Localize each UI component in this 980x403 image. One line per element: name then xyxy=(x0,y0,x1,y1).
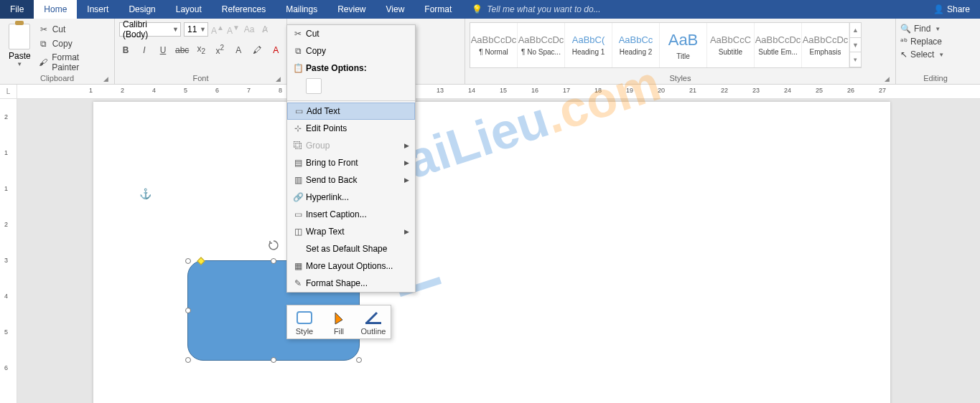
resize-handle-bl[interactable] xyxy=(185,357,191,363)
ctx-wrap-text[interactable]: ◫Wrap Text▶ xyxy=(287,223,415,240)
editing-group-label: Editing xyxy=(923,74,948,82)
style-item-2[interactable]: AaBbC(Heading 1 xyxy=(565,23,612,67)
ctx-bring-to-front[interactable]: ▤Bring to Front▶ xyxy=(287,154,415,171)
text-effects-button[interactable]: A xyxy=(232,45,245,55)
font-name-combo[interactable]: Calibri (Body)▼ xyxy=(119,22,181,37)
copy-button[interactable]: ⧉Copy xyxy=(38,38,107,49)
font-color-button[interactable]: A xyxy=(269,45,282,55)
tab-insert[interactable]: Insert xyxy=(77,0,118,19)
wrap-text-icon: ◫ xyxy=(290,227,306,237)
style-item-4[interactable]: AaBTitle xyxy=(660,23,707,67)
ribbon: Paste ▼ ✂Cut ⧉Copy 🖌Format Painter Clipb… xyxy=(0,19,980,85)
highlight-button[interactable]: 🖍 xyxy=(251,45,263,55)
style-name: Subtitle xyxy=(719,48,742,56)
style-item-3[interactable]: AaBbCcHeading 2 xyxy=(612,23,660,67)
style-name: Subtle Em... xyxy=(758,48,797,56)
paste-icon xyxy=(9,24,30,49)
select-button[interactable]: ↖Select▼ xyxy=(900,49,944,60)
styles-scroll-up[interactable]: ▲ xyxy=(850,23,861,38)
tell-me-search[interactable]: 💡 Tell me what you want to do... xyxy=(462,0,923,19)
ctx-edit-points[interactable]: ⊹Edit Points xyxy=(287,120,415,137)
subscript-button[interactable]: x2 xyxy=(195,44,207,55)
ctx-hyperlink[interactable]: 🔗Hyperlink... xyxy=(287,189,415,206)
clear-formatting-button[interactable]: A̷ xyxy=(258,24,271,34)
style-name: Heading 1 xyxy=(572,48,605,56)
mini-outline-button[interactable]: Outline xyxy=(359,308,388,336)
tab-mailings[interactable]: Mailings xyxy=(276,0,327,19)
find-button[interactable]: 🔍Find▼ xyxy=(900,24,944,34)
horizontal-ruler[interactable]: L 12456789101112131415161718192021222324… xyxy=(0,85,980,99)
vertical-ruler[interactable]: 21123456 xyxy=(0,99,17,403)
superscript-button[interactable]: x2 xyxy=(213,44,226,56)
ctx-copy[interactable]: ⧉Copy xyxy=(287,42,415,60)
bold-button[interactable]: B xyxy=(119,45,132,55)
style-preview: AaBbCcDc xyxy=(803,34,849,45)
style-item-1[interactable]: AaBbCcDc¶ No Spac... xyxy=(518,23,565,67)
paste-label: Paste xyxy=(9,51,31,61)
italic-button[interactable]: I xyxy=(138,45,151,55)
paste-option-1[interactable] xyxy=(306,78,322,94)
styles-scroll-down[interactable]: ▼ xyxy=(850,38,861,53)
resize-handle-b[interactable] xyxy=(271,357,276,363)
tab-format[interactable]: Format xyxy=(414,0,462,19)
style-preview: AaB xyxy=(668,31,699,49)
rotate-handle[interactable] xyxy=(268,240,279,251)
tab-home[interactable]: Home xyxy=(34,0,77,19)
replace-button[interactable]: ᵃᵇReplace xyxy=(900,37,944,47)
chevron-down-icon[interactable]: ▼ xyxy=(17,61,22,67)
font-size-combo[interactable]: 11▼ xyxy=(184,22,208,37)
format-painter-button[interactable]: 🖌Format Painter xyxy=(38,52,107,72)
ctx-cut[interactable]: ✂Cut xyxy=(287,25,415,42)
style-item-7[interactable]: AaBbCcDcEmphasis xyxy=(802,23,849,67)
ctx-format-shape[interactable]: ✎Format Shape... xyxy=(287,275,415,292)
underline-button[interactable]: U xyxy=(157,45,169,55)
styles-gallery: AaBbCcDc¶ NormalAaBbCcDc¶ No Spac...AaBb… xyxy=(470,22,862,68)
ctx-set-default-shape[interactable]: Set as Default Shape xyxy=(287,240,415,257)
resize-handle-t[interactable] xyxy=(271,258,276,264)
clipboard-group-label: Clipboard xyxy=(40,74,74,82)
resize-handle-br[interactable] xyxy=(356,357,362,363)
separator xyxy=(287,100,415,101)
tab-file[interactable]: File xyxy=(0,0,34,19)
ctx-insert-caption[interactable]: ▭Insert Caption... xyxy=(287,206,415,223)
styles-group-label: Styles xyxy=(670,74,691,82)
tab-view[interactable]: View xyxy=(376,0,415,19)
ctx-send-to-back[interactable]: ▥Send to Back▶ xyxy=(287,171,415,189)
resize-handle-tl[interactable] xyxy=(185,258,191,264)
strikethrough-button[interactable]: abc xyxy=(175,45,189,55)
mini-style-button[interactable]: Style xyxy=(290,308,319,336)
ctx-paste-options-header: 📋Paste Options: xyxy=(287,60,415,77)
ctx-more-layout[interactable]: ▦More Layout Options... xyxy=(287,257,415,275)
share-button[interactable]: 👤 Share xyxy=(923,0,980,19)
tab-design[interactable]: Design xyxy=(118,0,165,19)
shape-style-icon xyxy=(294,308,314,327)
send-back-icon: ▥ xyxy=(290,175,306,185)
shrink-font-button[interactable]: A▼ xyxy=(227,24,240,36)
resize-handle-l[interactable] xyxy=(185,308,191,313)
clipboard-launcher[interactable]: ◢ xyxy=(103,75,108,82)
fill-icon xyxy=(329,308,349,327)
style-name: Emphasis xyxy=(810,48,841,56)
tab-review[interactable]: Review xyxy=(327,0,375,19)
ctx-add-text[interactable]: ▭Add Text xyxy=(287,103,415,120)
replace-icon: ᵃᵇ xyxy=(900,37,907,47)
style-item-6[interactable]: AaBbCcDcSubtle Em... xyxy=(755,23,802,67)
styles-launcher[interactable]: ◢ xyxy=(885,75,890,82)
font-launcher[interactable]: ◢ xyxy=(276,75,281,82)
change-case-button[interactable]: Aa xyxy=(243,24,256,34)
grow-font-button[interactable]: A▲ xyxy=(211,24,224,36)
tab-layout[interactable]: Layout xyxy=(166,0,212,19)
bring-front-icon: ▤ xyxy=(290,158,306,168)
mini-fill-button[interactable]: Fill xyxy=(325,308,353,336)
scissors-icon: ✂ xyxy=(290,29,306,39)
paste-button[interactable]: Paste ▼ xyxy=(4,21,35,67)
group-styles: AaBbCcDc¶ NormalAaBbCcDc¶ No Spac...AaBb… xyxy=(465,19,896,84)
scissors-icon: ✂ xyxy=(38,24,50,35)
styles-more[interactable]: ▾ xyxy=(850,52,861,67)
paintbrush-icon: 🖌 xyxy=(38,57,50,68)
group-icon: ⿻ xyxy=(290,141,306,151)
style-item-0[interactable]: AaBbCcDc¶ Normal xyxy=(470,23,518,67)
style-item-5[interactable]: AaBbCcCSubtitle xyxy=(707,23,755,67)
cut-button[interactable]: ✂Cut xyxy=(38,24,107,35)
tab-references[interactable]: References xyxy=(212,0,276,19)
